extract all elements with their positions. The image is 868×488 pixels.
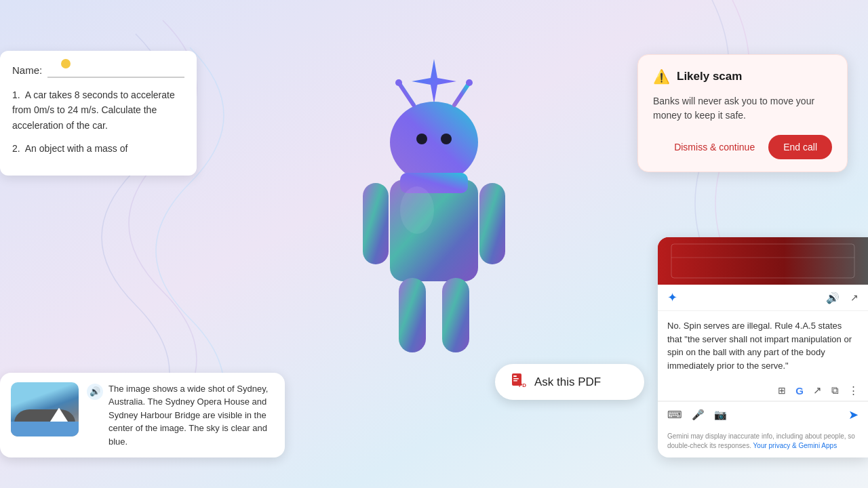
gemini-input-bar: ⌨ 🎤 📷 ➤ xyxy=(658,401,868,428)
svg-line-3 xyxy=(400,85,414,105)
svg-rect-9 xyxy=(390,180,478,281)
input-icons: ⌨ 🎤 📷 xyxy=(667,409,727,421)
gemini-panel-image xyxy=(658,237,868,285)
keyboard-icon[interactable]: ⌨ xyxy=(667,409,682,421)
svg-point-7 xyxy=(416,134,427,144)
svg-rect-14 xyxy=(442,278,469,352)
svg-rect-11 xyxy=(363,183,389,264)
sydney-thumbnail xyxy=(11,382,79,436)
sydney-card: 🔊 The image shows a wide shot of Sydney,… xyxy=(0,373,285,458)
scam-header: ⚠️ Likely scam xyxy=(653,68,832,85)
copy-icon[interactable]: ⧉ xyxy=(831,384,839,396)
disclaimer-link[interactable]: Your privacy & Gemini Apps xyxy=(753,442,837,449)
svg-point-6 xyxy=(466,79,473,86)
name-label: Name: xyxy=(12,64,42,76)
external-link-icon[interactable]: ↗ xyxy=(850,292,859,303)
scam-title: Likely scam xyxy=(677,70,742,83)
notes-content: 1. A car takes 8 seconds to accelerate f… xyxy=(12,87,184,157)
speaker-badge: 🔊 xyxy=(87,384,103,400)
volume-icon[interactable]: 🔊 xyxy=(826,291,840,304)
camera-icon[interactable]: 📷 xyxy=(714,409,727,421)
svg-text:PDF: PDF xyxy=(519,382,526,388)
sydney-description: The image shows a wide shot of Sydney, A… xyxy=(108,382,274,449)
android-mascot xyxy=(326,54,542,407)
scam-warning-card: ⚠️ Likely scam Banks will never ask you … xyxy=(637,54,848,172)
name-cursor xyxy=(61,59,71,68)
gemini-panel-content: No. Spin serves are illegal. Rule 4.A.5 … xyxy=(658,311,868,380)
extra-toolbar: ⊞ G ↗ ⧉ ⋮ xyxy=(658,380,868,401)
notes-card: Name: 1. A car takes 8 seconds to accele… xyxy=(0,51,197,176)
svg-rect-12 xyxy=(479,183,505,264)
share-icon[interactable]: ↗ xyxy=(813,384,822,396)
name-row: Name: xyxy=(12,62,184,78)
gemini-panel: ✦ 🔊 ↗ No. Spin serves are illegal. Rule … xyxy=(658,237,868,458)
svg-point-15 xyxy=(400,186,434,234)
water-shape xyxy=(11,422,79,436)
dismiss-button[interactable]: Dismiss & continue xyxy=(671,136,757,158)
notes-item-2: 2. An object with a mass of xyxy=(12,141,184,156)
pdf-icon: PDF xyxy=(510,372,526,392)
google-icon[interactable]: G xyxy=(795,385,804,396)
svg-rect-18 xyxy=(513,378,519,380)
gemini-toolbar: ✦ 🔊 ↗ xyxy=(658,285,868,311)
scam-actions: Dismiss & continue End call xyxy=(653,135,832,159)
svg-rect-19 xyxy=(513,380,517,382)
more-icon[interactable]: ⋮ xyxy=(848,384,859,396)
warning-icon: ⚠️ xyxy=(653,68,670,85)
panel-icons: 🔊 ↗ xyxy=(826,291,859,304)
svg-rect-17 xyxy=(513,375,517,377)
svg-point-4 xyxy=(395,79,402,86)
ask-pdf-label: Ask this PDF xyxy=(534,375,601,389)
ask-pdf-bar[interactable]: PDF Ask this PDF xyxy=(495,364,644,400)
send-icon[interactable]: ➤ xyxy=(848,407,859,422)
svg-line-5 xyxy=(454,85,468,105)
gemini-sparkle-icon: ✦ xyxy=(667,290,677,305)
table-icon[interactable]: ⊞ xyxy=(778,385,786,396)
mic-icon[interactable]: 🎤 xyxy=(692,409,705,421)
end-call-button[interactable]: End call xyxy=(768,135,832,159)
scam-body: Banks will never ask you to move your mo… xyxy=(653,94,832,123)
gemini-disclaimer: Gemini may display inaccurate info, incl… xyxy=(658,428,868,458)
svg-rect-13 xyxy=(399,278,426,352)
speaker-icon: 🔊 xyxy=(90,386,100,396)
notes-item-1: 1. A car takes 8 seconds to accelerate f… xyxy=(12,87,184,133)
svg-point-2 xyxy=(390,102,478,183)
svg-point-8 xyxy=(441,134,452,144)
